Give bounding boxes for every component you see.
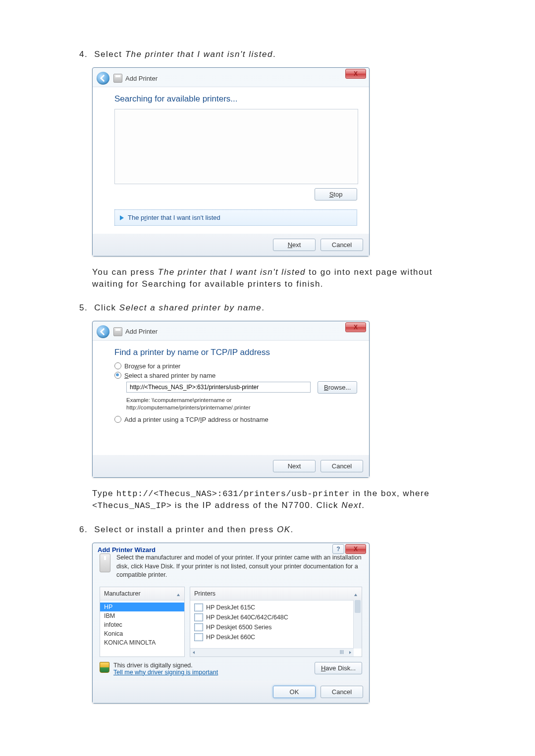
step4-note: You can press The printer that I want is… xyxy=(92,266,456,290)
ok-button[interactable]: OK xyxy=(273,686,316,698)
next-button[interactable]: Next xyxy=(273,460,316,472)
step5-note: Type http://<Thecus_NAS>:631/printers/us… xyxy=(92,488,456,512)
printers-list[interactable]: Printers HP DeskJet 615C HP DeskJet 640C… xyxy=(190,587,362,657)
example-text: Example: \\computername\printername or h… xyxy=(126,397,357,412)
driver-icon xyxy=(194,613,203,621)
wizard-info: Select the manufacturer and model of you… xyxy=(93,554,369,587)
radio-browse[interactable]: Browse for a printer xyxy=(114,362,357,370)
list-item[interactable]: HP DeskJet 660C xyxy=(190,632,353,642)
driver-icon xyxy=(194,623,203,631)
add-printer-dialog-1: Add Printer X Searching for available pr… xyxy=(92,67,370,256)
back-button[interactable] xyxy=(97,72,109,85)
radio-shared-name[interactable]: Select a shared printer by name xyxy=(114,372,357,379)
list-item[interactable]: HP DeskJet 615C xyxy=(190,603,353,612)
step5-line: 5. Click Select a shared printer by name… xyxy=(79,303,265,312)
list-item[interactable]: Konica xyxy=(100,629,184,638)
radio-tcpip[interactable]: Add a printer using a TCP/IP address or … xyxy=(114,416,357,423)
printer-icon xyxy=(113,74,122,83)
radio-icon xyxy=(114,416,121,423)
add-printer-dialog-2: Add Printer X Find a printer by name or … xyxy=(92,321,370,478)
searching-heading: Searching for available printers... xyxy=(114,94,357,104)
step4-line: 4. Select The printer that I want isn't … xyxy=(79,50,276,59)
cancel-button[interactable]: Cancel xyxy=(321,686,363,698)
driver-signed-text: This driver is digitally signed. xyxy=(113,662,218,669)
close-button[interactable]: X xyxy=(345,69,366,79)
printer-list xyxy=(114,109,358,184)
sort-asc-icon xyxy=(176,592,180,596)
sort-asc-icon xyxy=(354,592,358,596)
back-button[interactable] xyxy=(97,325,109,338)
dialog-title: Add Printer Wizard xyxy=(98,546,156,554)
cancel-button[interactable]: Cancel xyxy=(321,239,363,251)
find-printer-heading: Find a printer by name or TCP/IP address xyxy=(114,348,357,357)
scrollbar-vertical[interactable] xyxy=(353,600,362,649)
close-button[interactable]: X xyxy=(345,322,366,332)
close-button[interactable]: X xyxy=(345,544,366,554)
why-signing-link[interactable]: Tell me why driver signing is important xyxy=(113,669,218,676)
list-item[interactable]: HP xyxy=(100,603,184,611)
not-listed-link[interactable]: The printer that I want isn't listed xyxy=(114,209,357,226)
add-printer-wizard-dialog: Add Printer Wizard ? X Select the manufa… xyxy=(92,543,370,704)
have-disk-button[interactable]: Have Disk... xyxy=(315,662,362,674)
next-button[interactable]: Next xyxy=(273,239,316,251)
list-item[interactable]: KONICA MINOLTA xyxy=(100,638,184,647)
scroll-right-icon[interactable] xyxy=(347,650,354,655)
dialog-title: Add Printer xyxy=(113,74,158,83)
list-item[interactable]: IBM xyxy=(100,611,184,620)
shield-icon xyxy=(100,662,109,673)
list-item[interactable]: HP DeskJet 640C/642C/648C xyxy=(190,612,353,622)
radio-icon xyxy=(114,362,121,369)
printer-icon xyxy=(113,327,122,336)
radio-icon xyxy=(114,372,121,379)
dialog-title: Add Printer xyxy=(113,327,158,336)
scrollbar-horizontal[interactable]: III xyxy=(190,648,354,656)
help-button[interactable]: ? xyxy=(332,544,344,554)
scroll-left-icon[interactable] xyxy=(190,650,197,655)
printer-url-input[interactable] xyxy=(126,382,311,393)
driver-icon xyxy=(194,604,203,611)
printer-icon xyxy=(100,554,110,572)
step6-line: 6. Select or install a printer and then … xyxy=(79,525,294,534)
browse-button[interactable]: Browse... xyxy=(318,381,357,394)
list-item[interactable]: infotec xyxy=(100,620,184,629)
driver-icon xyxy=(194,633,203,641)
list-item[interactable]: HP Deskjet 6500 Series xyxy=(190,622,353,632)
stop-button[interactable]: Stop xyxy=(315,188,357,201)
cancel-button[interactable]: Cancel xyxy=(321,460,363,472)
arrow-right-icon xyxy=(120,215,124,220)
manufacturer-list[interactable]: Manufacturer HP IBM infotec Konica KONIC… xyxy=(100,587,185,657)
